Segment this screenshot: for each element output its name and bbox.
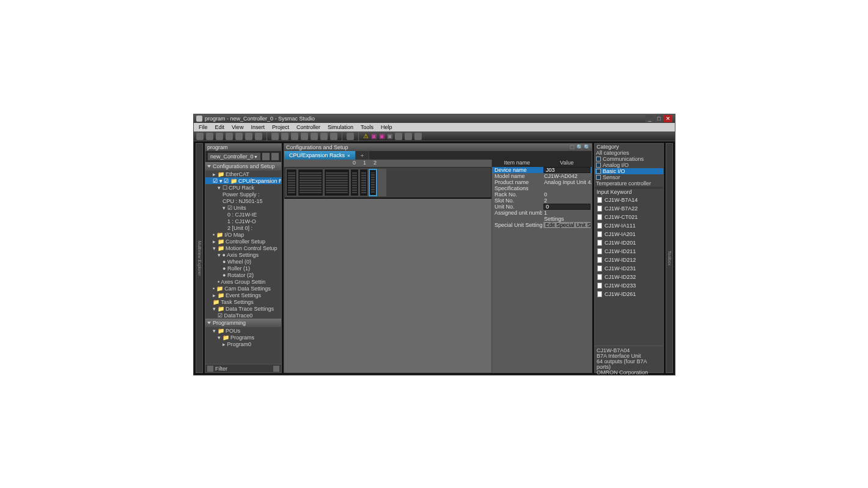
tree-item[interactable]: 📁 Task Settings [205,298,281,305]
tree-item[interactable]: CPU : NJ501-15 [205,198,281,204]
tree-item[interactable]: ● Rotator (2) [205,272,281,278]
property-row[interactable]: Unit No.0 [492,204,592,210]
device-item[interactable]: CJ1W-IA111 [595,221,663,230]
controller-combo[interactable]: new_Controller_0 ▼ [208,153,260,160]
tool5-icon[interactable] [405,133,412,140]
device-item[interactable]: CJ1W-ID211 [595,247,663,256]
tree-item[interactable]: ● Wheel (0) [205,258,281,265]
menu-controller[interactable]: Controller [293,124,324,130]
tree-item[interactable]: ▸ 📁 Event Settings [205,292,281,298]
menu-edit[interactable]: Edit [211,124,229,130]
menu-file[interactable]: File [195,124,211,130]
property-row[interactable]: Assigned unit numbers1 [492,210,592,216]
center-tool-zoom-icon[interactable]: 🔍 [576,144,583,150]
tree-item[interactable]: ▾ 📁 POUs [205,327,281,334]
rack-power-supply[interactable] [286,169,297,196]
menu-tools[interactable]: Tools [357,124,377,130]
device-item[interactable]: CJ1W-ID232 [595,273,663,281]
tool2-icon[interactable] [301,133,308,140]
rack-cpu2[interactable] [324,169,350,196]
category-item[interactable]: Basic I/O [595,168,663,174]
controller-btn1[interactable] [262,153,270,160]
tree-item[interactable]: ☑ DataTrace0 [205,312,281,319]
rack-cpu[interactable] [298,169,323,196]
category-item[interactable]: Sensor [595,174,663,180]
status1-icon[interactable]: ▣ [371,133,377,139]
tree-item[interactable]: ▾ 📁 Programs [205,334,281,341]
filter-expand-button[interactable] [273,366,279,372]
device-item[interactable]: CJ1W-ID212 [595,256,663,264]
redo-icon[interactable] [245,133,252,140]
tree-item[interactable]: ▾ 📁 Motion Control Setup [205,245,281,251]
wrench-icon[interactable] [281,133,289,140]
device-item[interactable]: CJ1W-B7A22 [595,204,663,213]
multiview-explorer-label[interactable]: Multiview Explorer [196,143,203,373]
category-item[interactable]: Analog I/O [595,162,663,168]
tree-item[interactable]: ▸ 📁 EtherCAT [205,171,281,177]
run-icon[interactable] [347,133,354,140]
property-row[interactable]: Specifications [492,185,592,191]
device-item[interactable]: CJ1W-ID231 [595,264,663,273]
property-row[interactable]: Product nameAnalog Input Unit 4... [492,179,592,185]
rack-blank-drop-area[interactable] [284,199,491,372]
device-item[interactable]: CJ1W-B7A14 [595,196,663,204]
paste-icon[interactable] [216,133,223,140]
menu-help[interactable]: Help [377,124,396,130]
device-item[interactable]: CJ1W-IA201 [595,230,663,238]
tree-section-config[interactable]: Configurations and Setup [205,162,281,171]
tree-item[interactable]: • 📁 Cam Data Settings [205,285,281,292]
device-item[interactable]: CJ1W-ID233 [595,281,663,290]
open-icon[interactable] [271,133,279,140]
tree-item[interactable]: ▾ ● Axis Settings [205,251,281,258]
device-item[interactable]: CJ1W-ID261 [595,290,663,298]
maximize-button[interactable]: □ [655,115,663,122]
tool3-icon[interactable] [311,133,318,140]
rack-unit-0[interactable] [350,169,359,196]
tree-item[interactable]: 0 : CJ1W-IE [205,211,281,218]
toolbox-label[interactable]: Toolbox [666,143,673,373]
close-button[interactable]: ✕ [664,115,672,122]
minimize-button[interactable]: _ [645,115,654,122]
tree-section-programming[interactable]: Programming [205,319,281,327]
tree-item[interactable]: ● Roller (1) [205,265,281,272]
category-item[interactable]: Communications [595,156,663,162]
tree-item[interactable]: ▸ 📁 Controller Setup [205,238,281,245]
property-row[interactable]: Special Unit SettingsEdit Special Unit S… [492,222,592,228]
property-row[interactable]: Model nameCJ1W-AD042 [492,173,592,179]
tab-add-button[interactable]: ＋ [356,151,369,160]
copy-icon[interactable] [206,133,213,140]
device-item[interactable]: CJ1W-CT021 [595,213,663,221]
tree-item[interactable]: ▸ Program0 [205,341,281,347]
property-row[interactable]: Settings [492,216,592,222]
tree-item[interactable]: Power Supply : [205,191,281,198]
tree-item[interactable]: ▾ 📁 Data Trace Settings [205,305,281,312]
property-row[interactable]: Rack No.0 [492,191,592,198]
center-tool-grid-icon[interactable]: ☐ [569,144,575,150]
close-icon[interactable]: × [347,153,350,158]
property-row[interactable]: Slot No.2 [492,198,592,204]
warning-icon[interactable]: ⚠ [363,133,369,139]
rack-unit-2-selected[interactable] [369,169,377,196]
tree-item[interactable]: 1 : CJ1W-O [205,218,281,224]
tool4-icon[interactable] [395,133,402,140]
filter-icon[interactable] [207,366,213,372]
tree-item[interactable]: 2 [Unit 0] : [205,224,281,231]
tree-item[interactable]: ☑ ▾ ☑ 📁 CPU/Expansion Racks [205,177,281,184]
refresh-icon[interactable] [414,133,422,140]
tree-item[interactable]: ▾ ☐ CPU Rack [205,184,281,191]
undo-icon[interactable] [235,133,243,140]
property-row[interactable]: Device nameJ03 [492,167,592,173]
status2-icon[interactable]: ▣ [379,133,384,139]
grid-icon[interactable] [291,133,298,140]
menu-simulation[interactable]: Simulation [324,124,357,130]
goto-icon[interactable] [330,133,337,140]
delete-icon[interactable] [226,133,233,140]
tree-item[interactable]: ▾ ☑ Units [205,204,281,211]
cut-icon[interactable] [196,133,204,140]
device-item[interactable]: CJ1W-ID201 [595,238,663,247]
controller-btn2[interactable] [271,153,279,160]
rack-end-cap[interactable] [378,169,386,196]
menu-view[interactable]: View [228,124,247,130]
search-icon[interactable] [320,133,328,140]
tab-cpu-expansion-racks[interactable]: CPU/Expansion Racks × [284,151,356,160]
